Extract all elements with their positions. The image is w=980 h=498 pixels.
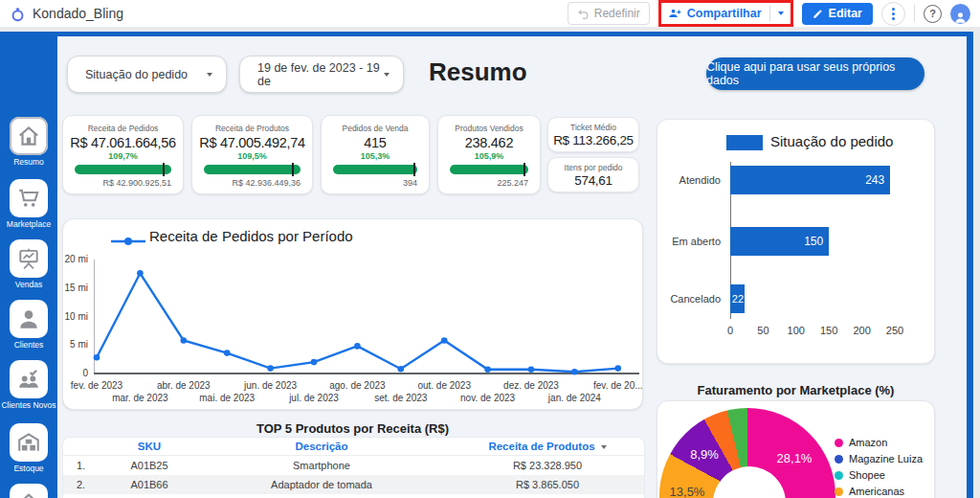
column-header-receita de produtos[interactable]: Receita de Produtos (451, 441, 644, 452)
row-sku: A01B25 (106, 460, 192, 471)
sidebar-item-partial[interactable] (0, 484, 57, 498)
kpi-title: Receita de Produtos (192, 124, 312, 133)
bar-cancelado[interactable]: 22 (730, 284, 745, 313)
use-own-data-button[interactable]: Clique aqui para usar seus próprios dado… (706, 57, 924, 90)
kpi-value: 574,61 (548, 173, 638, 188)
column-header-sku[interactable]: SKU (106, 441, 192, 452)
kpi-progress-bar (333, 165, 417, 174)
chevron-down-icon (384, 73, 390, 77)
bar-legend-swatch-icon (726, 135, 763, 150)
kpi-card[interactable]: Receita de PedidosR$ 47.061.664,56109,7%… (62, 115, 184, 194)
sidebar-item-label: Resumo (0, 158, 57, 168)
sidebar-item-label: Marketplace (0, 220, 57, 230)
dashboard-canvas: ResumoMarketplaceVendasClientesClientes … (0, 32, 973, 498)
table-row[interactable]: 1.A01B25SmartphoneR$ 23.328.950 (63, 456, 644, 475)
kpi-card[interactable]: Ticket MédioR$ 113.266,25 (547, 117, 639, 152)
sidebar-nav: ResumoMarketplaceVendasClientesClientes … (0, 36, 57, 498)
kpi-value: 415 (322, 135, 429, 150)
top-header: Kondado_Bling Redefinir Compartilhar (0, 0, 980, 27)
editar-label: Editar (829, 7, 862, 20)
kpi-progress-bar (204, 165, 301, 174)
kpi-percent: 109,5% (192, 151, 312, 161)
legend-item-shopee[interactable]: Shopee (835, 469, 885, 481)
kpi-percent: 109,7% (63, 151, 183, 161)
kpi-target-value: 225.247 (438, 178, 528, 188)
kpi-target-tick (413, 163, 415, 176)
pencil-icon (813, 9, 823, 19)
bar-category-label: Em aberto (657, 236, 721, 247)
filter-situacao-pedido[interactable]: Situação do pedido (67, 56, 227, 93)
kpi-target-value: R$ 42.900.925,51 (63, 178, 171, 188)
kpi-card[interactable]: Receita de ProdutosR$ 47.005.492,74109,5… (191, 115, 313, 194)
x-tick-label: set. de 2023 (368, 393, 434, 403)
kpi-target-tick (523, 163, 525, 176)
more-options-icon[interactable] (881, 2, 905, 26)
column-header-label: Receita de Produtos (488, 441, 594, 452)
editar-button[interactable]: Editar (802, 3, 873, 25)
person-icon (10, 300, 48, 338)
bar-em-aberto[interactable]: 150 (730, 227, 829, 256)
help-icon[interactable]: ? (924, 5, 942, 23)
legend-label: Amazon (849, 437, 887, 448)
kpi-target-tick (163, 163, 165, 176)
sidebar-item-estoque[interactable]: Estoque (0, 423, 57, 474)
kpi-title: Pedidos de Venda (322, 124, 429, 133)
kpi-progress-bar (75, 165, 171, 174)
chevron-down-icon[interactable] (778, 11, 784, 15)
kpi-card[interactable]: Itens por pedido574,61 (547, 157, 639, 192)
sidebar-item-clientes[interactable]: Clientes (0, 300, 57, 351)
legend-item-americanas[interactable]: Americanas (835, 486, 904, 497)
main-content: Situação do pedido 19 de fev. de 2023 - … (57, 36, 967, 498)
column-header-descrição[interactable]: Descrição (192, 441, 451, 452)
header-actions: Redefinir Compartilhar Editar (568, 0, 970, 27)
kpi-title: Itens por pedido (548, 163, 638, 172)
legend-label: Americanas (849, 486, 904, 497)
redefinir-button[interactable]: Redefinir (568, 2, 650, 25)
donut-chart-card[interactable]: 28,1%13,5%8,9% AmazonMagazine LuizaShope… (657, 400, 935, 498)
redefinir-label: Redefinir (594, 7, 640, 20)
y-tick-label: 5 mi (63, 339, 88, 351)
bar-x-tick-label: 200 (846, 325, 879, 336)
table-title: TOP 5 Produtos por Receita (R$) (62, 421, 643, 436)
sidebar-item-label: Clientes (0, 341, 57, 351)
donut-chart-title: Faturamento por Marketplace (%) (657, 383, 935, 397)
x-tick-label: out. de 2023 (411, 380, 478, 391)
page: Kondado_Bling Redefinir Compartilhar (0, 0, 980, 498)
bar-category-label: Cancelado (657, 293, 721, 305)
bar-x-tick-label: 50 (746, 325, 779, 336)
kondado-logo-icon (10, 6, 26, 22)
bar-value-label: 243 (865, 173, 884, 187)
home-icon (10, 117, 48, 155)
bar-chart-card[interactable]: Situação do pedido Atendido243Em aberto1… (657, 119, 935, 364)
people-check-icon (10, 360, 48, 398)
chevron-down-icon (207, 73, 212, 77)
sidebar-item-vendas[interactable]: Vendas (0, 239, 57, 290)
legend-item-magazine-luiza[interactable]: Magazine Luiza (835, 453, 923, 464)
kpi-target-tick (292, 163, 294, 176)
legend-dot-icon (835, 487, 843, 496)
compartilhar-label: Compartilhar (687, 7, 762, 20)
y-tick-label: 15 mi (63, 283, 88, 294)
sidebar-item-marketplace[interactable]: Marketplace (0, 179, 57, 230)
x-tick-label: mar. de 2023 (106, 393, 173, 403)
sidebar-item-clientes-novos[interactable]: Clientes Novos (0, 360, 57, 411)
kpi-card[interactable]: Pedidos de Venda415105,3%394 (321, 115, 430, 194)
report-title: Kondado_Bling (33, 6, 123, 21)
y-tick-label: 0 (63, 368, 88, 379)
legend-dot-icon (835, 471, 843, 480)
sidebar-item-resumo[interactable]: Resumo (0, 117, 57, 168)
legend-item-amazon[interactable]: Amazon (835, 437, 887, 448)
table-row[interactable]: 2.A01B66Adaptador de tomadaR$ 3.865.050 (63, 475, 644, 494)
filter-date-range[interactable]: 19 de fev. de 2023 - 19 de (239, 56, 404, 93)
kpi-card[interactable]: Produtos Vendidos238.462105,9%225.247 (437, 115, 541, 194)
kpi-percent: 105,9% (438, 151, 540, 161)
avatar[interactable] (950, 4, 970, 24)
bar-atendido[interactable]: 243 (730, 166, 890, 194)
compartilhar-button[interactable]: Compartilhar (663, 3, 789, 24)
presentation-chart-icon (10, 239, 48, 278)
header-divider (914, 5, 915, 22)
x-tick-label: nov. de 2023 (455, 393, 522, 403)
legend-label: Shopee (849, 469, 885, 481)
row-desc: Smartphone (192, 460, 451, 471)
line-chart-card[interactable]: Receita de Pedidos por Período 20 mi15 m… (62, 218, 643, 410)
